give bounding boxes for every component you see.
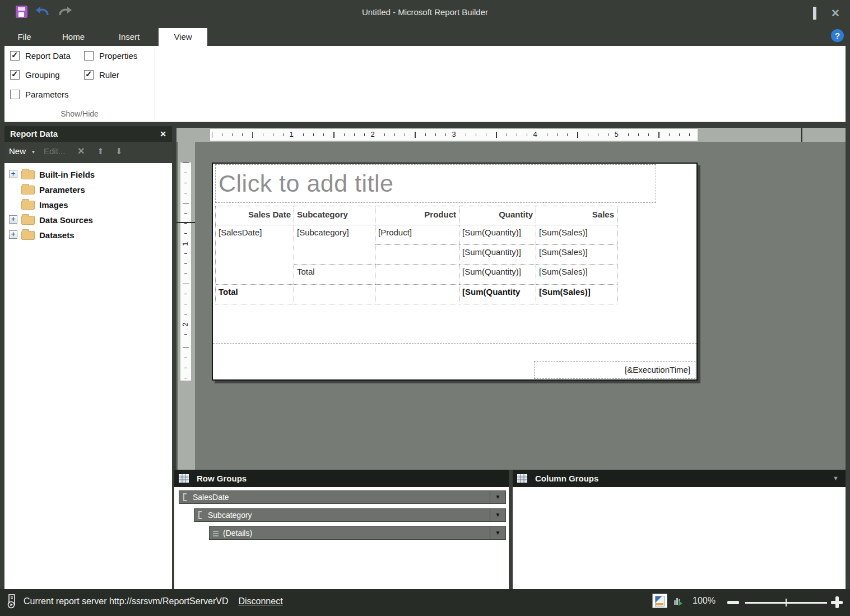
maximize-button[interactable]: [813, 8, 816, 18]
tree-item-parameters[interactable]: Parameters: [4, 183, 172, 198]
run-view-button[interactable]: [670, 594, 685, 608]
checkbox-row: ✓ Report Data: [10, 51, 71, 61]
tab-home[interactable]: Home: [50, 28, 96, 46]
row-group-salesdate[interactable]: SalesDate ▼: [179, 490, 506, 504]
ruler-checkbox[interactable]: ✓: [84, 70, 94, 80]
report-canvas[interactable]: Click to add title Sales Date Subcategor…: [212, 163, 698, 381]
folder-icon: [21, 170, 35, 179]
table-cell-sum-quantity[interactable]: [Sum(Quantity)]: [459, 245, 536, 265]
help-button[interactable]: ?: [831, 29, 844, 42]
column-header[interactable]: Quantity: [459, 206, 536, 225]
report-data-checkbox[interactable]: ✓: [10, 51, 20, 61]
disconnect-link[interactable]: Disconnect: [238, 596, 282, 606]
properties-checkbox-label: Properties: [99, 51, 137, 61]
panel-close-button[interactable]: ✕: [160, 126, 166, 142]
expand-icon[interactable]: +: [9, 170, 17, 178]
table-cell-sum-quantity[interactable]: [Sum(Quantity)]: [459, 265, 536, 285]
column-header[interactable]: Product: [375, 206, 459, 225]
edit-button[interactable]: Edit...: [44, 146, 65, 156]
tree-item-datasets[interactable]: + Datasets: [4, 228, 172, 243]
report-data-tree: + Built-in Fields Parameters Images + Da…: [4, 163, 172, 589]
tab-insert[interactable]: Insert: [105, 28, 153, 46]
expand-icon[interactable]: +: [9, 230, 17, 239]
design-view-button[interactable]: [652, 594, 667, 608]
column-header[interactable]: Sales: [536, 206, 617, 225]
row-groups-panel: SalesDate ▼ Subcategory ▼ (Details) ▼: [174, 487, 509, 589]
parameters-checkbox[interactable]: [10, 90, 20, 99]
checkbox-row: ✓ Grouping: [10, 70, 60, 80]
move-down-button[interactable]: ⬇: [115, 146, 123, 156]
column-groups-header: Column Groups ▼: [513, 470, 846, 487]
table-cell-sum-quantity[interactable]: [Sum(Quantity)]: [459, 225, 536, 245]
ribbon-group-label: Show/Hide: [4, 109, 155, 118]
move-up-button[interactable]: ⬆: [97, 146, 104, 156]
title-bar: Untitled - Microsoft Report Builder ✕: [0, 0, 850, 25]
tablix-table[interactable]: Sales Date Subcategory Product Quantity …: [215, 206, 617, 304]
close-button[interactable]: ✕: [831, 8, 840, 18]
report-title-placeholder: Click to add title: [216, 165, 656, 202]
group-bracket-icon: [183, 493, 187, 501]
report-data-toolbar: New ▾ Edit... ✕ ⬆ ⬇: [4, 142, 172, 163]
table-cell-total-quantity[interactable]: [Sum(Quantity: [459, 285, 536, 304]
row-groups-header: Row Groups: [174, 470, 509, 487]
execution-time-textbox[interactable]: [&ExecutionTime]: [534, 361, 695, 379]
ribbon-group-divider: [155, 49, 155, 119]
table-cell-total-sales[interactable]: [Sum(Sales)]: [536, 285, 617, 304]
maximize-icon: [813, 7, 816, 20]
report-builder-window: Untitled - Microsoft Report Builder ✕ Fi…: [0, 0, 850, 616]
tab-file[interactable]: File: [7, 28, 42, 46]
tree-item-label: Parameters: [39, 185, 85, 194]
tree-item-label: Data Sources: [39, 215, 93, 225]
tree-item-images[interactable]: Images: [4, 198, 172, 213]
checkmark-icon: ✓: [11, 50, 18, 60]
folder-icon: [21, 231, 35, 240]
zoom-in-button[interactable]: [831, 596, 843, 608]
zoom-out-button[interactable]: [727, 601, 739, 604]
grouping-checkbox-label: Grouping: [25, 70, 60, 80]
table-cell-empty[interactable]: [375, 265, 459, 285]
table-cell-sum-sales[interactable]: [Sum(Sales)]: [536, 265, 617, 285]
report-data-panel-title: Report Data: [10, 129, 58, 138]
table-cell-salesdate[interactable]: [SalesDate]: [216, 225, 294, 285]
column-header[interactable]: Sales Date: [216, 206, 294, 225]
dropdown-icon: ▼: [495, 530, 501, 536]
ruler-number: 3: [449, 130, 458, 138]
row-group-details[interactable]: (Details) ▼: [209, 526, 506, 540]
status-bar: Current report server http://ssrsvm/Repo…: [0, 589, 850, 616]
group-dropdown-button[interactable]: ▼: [490, 527, 505, 539]
table-cell-empty[interactable]: [375, 285, 459, 304]
run-icon: [673, 596, 683, 606]
delete-icon: ✕: [77, 146, 85, 156]
table-cell-subcategory[interactable]: [Subcategory]: [294, 225, 375, 265]
table-cell-empty[interactable]: [294, 285, 375, 304]
table-cell-product[interactable]: [Product]: [375, 225, 459, 245]
table-cell-sum-sales[interactable]: [Sum(Sales)]: [536, 245, 617, 265]
tree-item-built-in-fields[interactable]: + Built-in Fields: [4, 168, 172, 183]
table-cell-subtotal-label[interactable]: Total: [294, 265, 375, 285]
tab-view[interactable]: View: [159, 28, 207, 46]
ruler-segment-footer: [180, 348, 191, 381]
delete-button[interactable]: ✕: [77, 146, 85, 156]
group-label: Subcategory: [208, 511, 252, 520]
table-grid-icon: [517, 474, 527, 483]
zoom-slider-handle[interactable]: [786, 599, 787, 606]
ribbon-view-tab-content: ✓ Report Data Properties ✓ Grouping ✓ Ru…: [4, 46, 846, 122]
column-header[interactable]: Subcategory: [294, 206, 375, 225]
group-label: SalesDate: [193, 493, 229, 502]
properties-checkbox[interactable]: [84, 51, 94, 61]
zoom-level: 100%: [693, 596, 716, 606]
table-cell-sum-sales[interactable]: [Sum(Sales)]: [536, 225, 617, 245]
row-group-subcategory[interactable]: Subcategory ▼: [194, 508, 506, 522]
new-button[interactable]: New: [9, 146, 26, 156]
group-dropdown-button[interactable]: ▼: [490, 491, 505, 503]
group-dropdown-button[interactable]: ▼: [490, 509, 505, 521]
new-dropdown-icon[interactable]: ▾: [32, 149, 35, 155]
grouping-checkbox[interactable]: ✓: [10, 70, 20, 80]
tree-item-data-sources[interactable]: + Data Sources: [4, 213, 172, 228]
expand-icon[interactable]: +: [9, 215, 17, 224]
report-title-textbox[interactable]: Click to add title: [215, 164, 656, 203]
horizontal-ruler-band: 1 2 3 4 5: [176, 128, 846, 142]
table-cell-empty[interactable]: [375, 245, 459, 265]
table-cell-total-label[interactable]: Total: [216, 285, 294, 304]
column-groups-dropdown-button[interactable]: ▼: [833, 470, 839, 487]
